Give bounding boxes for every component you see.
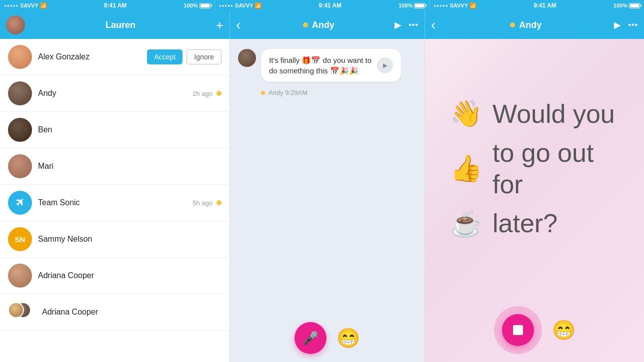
online-indicator	[216, 91, 222, 96]
battery-pct-2: 100%	[398, 2, 412, 8]
status-bar-3: ●●●●● SAVVY 📶 9:41 AM 100%	[430, 0, 644, 11]
battery-bar-3	[629, 3, 640, 8]
list-item[interactable]: Andy 2h ago	[0, 75, 230, 112]
voice-line-1: 👋 Would you	[450, 98, 619, 129]
message-row: It's finally 🎁📅 do you want to do someth…	[238, 49, 416, 86]
contact-meta: 2h ago	[192, 90, 222, 97]
avatar: SN	[8, 227, 32, 251]
contact-info: Sammy Nelson	[38, 235, 222, 244]
play-audio-button[interactable]: ▶	[377, 57, 393, 73]
online-indicator	[216, 200, 222, 205]
contact-name: Andy	[38, 89, 186, 98]
contact-info: Alex Gonzalez	[38, 52, 141, 61]
contact-time: 5h ago	[192, 199, 212, 207]
panel3-more-icon[interactable]: •••	[628, 20, 638, 29]
voice-controls: 😁	[425, 298, 644, 362]
wifi-icon-1: 📶	[40, 2, 47, 9]
voice-emoji-button[interactable]: 😁	[552, 319, 576, 341]
battery-pct-3: 100%	[614, 2, 628, 8]
contacts-panel: Alex Gonzalez Accept Ignore Andy 2h ago …	[0, 39, 230, 362]
contact-name: Alex Gonzalez	[38, 52, 141, 61]
chat-controls: 🎤 😁	[230, 314, 424, 362]
voice-line-2: 👍 to go out for	[450, 137, 619, 200]
time-1: 9:41 AM	[104, 2, 127, 9]
status-right-1: 100%	[184, 2, 210, 8]
sender-info: Andy 9:29AM	[261, 89, 416, 96]
panel3-online-dot	[510, 22, 515, 27]
sender-online-dot	[261, 91, 265, 95]
time-3: 9:41 AM	[534, 2, 556, 9]
chat-messages: It's finally 🎁📅 do you want to do someth…	[230, 39, 424, 314]
stop-icon	[513, 325, 523, 335]
panel2-header-icons: ▶ •••	[394, 19, 418, 30]
panel2-back-icon[interactable]: ‹	[236, 17, 240, 33]
contact-time: 2h ago	[192, 90, 212, 97]
voice-text-1: Would you	[492, 98, 615, 129]
main-content: Alex Gonzalez Accept Ignore Andy 2h ago …	[0, 39, 644, 362]
contact-meta: 5h ago	[192, 199, 222, 207]
panel3-back-icon[interactable]: ‹	[431, 17, 436, 33]
status-bar-2: ●●●●● SAVVY 📶 9:41 AM 100%	[215, 0, 430, 11]
mic-icon: 🎤	[302, 331, 318, 346]
status-right-2: 100%	[398, 2, 425, 8]
contact-name: Mari	[38, 162, 222, 171]
carrier-3: SAVVY	[450, 2, 468, 8]
contact-name: Adriana Cooper	[42, 308, 222, 317]
signal-1: ●●●●●	[4, 3, 18, 8]
avatar	[8, 81, 32, 105]
emoji-button[interactable]: 😁	[336, 327, 360, 349]
wifi-icon-2: 📶	[254, 2, 262, 9]
contact-info: Andy	[38, 89, 186, 98]
voice-line-3: ☕ later?	[450, 208, 619, 239]
battery-bar-1	[200, 3, 210, 8]
panel2-play-icon[interactable]: ▶	[394, 19, 402, 30]
accept-button[interactable]: Accept	[147, 49, 182, 64]
panel3-play-icon[interactable]: ▶	[614, 19, 621, 30]
list-item[interactable]: ✈ Team Sonic 5h ago	[0, 185, 230, 221]
avatar: ✈	[8, 191, 32, 215]
carrier-1: SAVVY	[20, 2, 38, 8]
ignore-button[interactable]: Ignore	[186, 49, 222, 64]
panel2-more-icon[interactable]: •••	[408, 20, 418, 29]
contact-name: Team Sonic	[38, 198, 186, 207]
list-item[interactable]: Adriana Cooper	[0, 258, 230, 294]
wave-emoji: 👋	[450, 98, 482, 129]
sender-name: Andy	[268, 89, 285, 96]
lauren-avatar[interactable]	[6, 15, 25, 34]
list-item[interactable]: Mari	[0, 148, 230, 185]
panel1-header: Lauren +	[0, 11, 230, 39]
voice-text-2: to go out for	[492, 137, 619, 200]
status-left-3: ●●●●● SAVVY 📶	[434, 2, 476, 9]
signal-3: ●●●●●	[434, 3, 448, 8]
chat-panel: It's finally 🎁📅 do you want to do someth…	[230, 39, 425, 362]
message-text: It's finally 🎁📅 do you want to do someth…	[269, 55, 372, 76]
battery-bar-2	[414, 3, 425, 8]
status-bar-1: ●●●●● SAVVY 📶 9:41 AM 100%	[0, 0, 215, 11]
time-2: 9:41 AM	[318, 2, 342, 9]
voice-content: 👋 Would you 👍 to go out for ☕ later?	[425, 39, 644, 298]
contact-actions: Accept Ignore	[147, 49, 222, 64]
team-icon: ✈	[12, 195, 28, 210]
mic-button[interactable]: 🎤	[294, 322, 326, 354]
status-left-2: ●●●●● SAVVY 📶	[219, 2, 262, 9]
message-time: 9:29AM	[285, 89, 308, 96]
stop-button[interactable]	[502, 314, 534, 346]
add-icon[interactable]: +	[216, 17, 224, 33]
carrier-2: SAVVY	[235, 2, 253, 8]
initials-label: SN	[15, 235, 26, 244]
panel-headers: Lauren + ‹ Andy ▶ ••• ‹ Andy ▶ •••	[0, 11, 644, 39]
contact-info: Mari	[38, 162, 222, 171]
avatar	[8, 300, 32, 324]
coffee-emoji: ☕	[450, 208, 482, 239]
contact-name: Sammy Nelson	[38, 235, 222, 244]
contact-info: Adriana Cooper	[42, 308, 222, 317]
list-item[interactable]: Alex Gonzalez Accept Ignore	[0, 39, 230, 75]
list-item[interactable]: Ben	[0, 112, 230, 148]
stop-button-container	[494, 306, 542, 354]
panel2-title: Andy	[312, 20, 334, 30]
wifi-icon-3: 📶	[470, 2, 476, 9]
status-right-3: 100%	[614, 2, 640, 8]
message-bubble: It's finally 🎁📅 do you want to do someth…	[261, 49, 401, 82]
list-item[interactable]: Adriana Cooper	[0, 294, 230, 331]
list-item[interactable]: SN Sammy Nelson	[0, 221, 230, 258]
